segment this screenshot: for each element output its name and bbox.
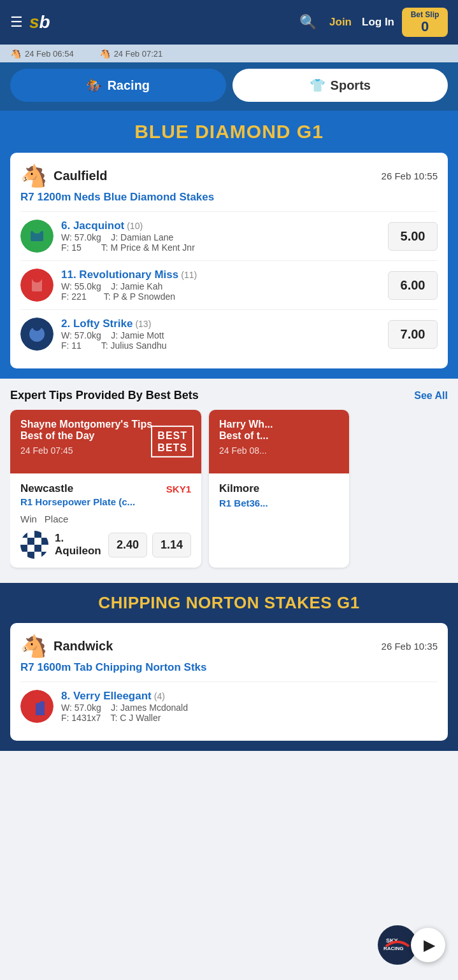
cn-runner1-barrier: (4) bbox=[154, 691, 165, 701]
tip-card-2: Harry Wh... Best of t... 24 Feb 08... Ki… bbox=[209, 410, 349, 568]
cn-runner1-name[interactable]: 8. Verry Elleegant bbox=[61, 690, 152, 703]
chipping-norton-card: 🐴 Randwick 26 Feb 10:35 R7 1600m Tab Chi… bbox=[10, 623, 448, 741]
tip-runner-silks-1 bbox=[20, 531, 48, 559]
expert-tips-title: Expert Tips Provided By Best Bets bbox=[10, 389, 199, 402]
svg-rect-25 bbox=[34, 552, 41, 559]
place-label: Place bbox=[45, 514, 69, 524]
svg-point-9 bbox=[32, 322, 41, 331]
tip-card-1: Shayne Montgomery's Tips Best of the Day… bbox=[10, 410, 201, 568]
cn-runner1-details2: F: 1431x7 T: C J Waller bbox=[61, 713, 438, 723]
app-logo: sb bbox=[29, 12, 50, 32]
svg-rect-3 bbox=[33, 223, 41, 230]
svg-rect-31 bbox=[36, 701, 45, 715]
tab-racing[interactable]: 🏇 Racing bbox=[10, 69, 226, 102]
race-time: 26 Feb 10:55 bbox=[382, 171, 438, 181]
tip-race-1[interactable]: R1 Horsepower Plate (c... bbox=[20, 496, 191, 507]
svg-rect-21 bbox=[34, 545, 41, 552]
tip-date-2: 24 Feb 08... bbox=[219, 445, 339, 456]
horse-time-icon-2: 🐴 bbox=[99, 48, 110, 59]
tip-venue-1: Newcastle bbox=[20, 482, 73, 495]
chipping-norton-banner: CHIPPING NORTON STAKES G1 bbox=[0, 583, 458, 623]
runner-jacquinot: 6. Jacquinot (10) W: 57.0kg J: Damian La… bbox=[20, 211, 438, 260]
tip-type-2: Best of t... bbox=[219, 430, 339, 442]
sky-badge-1: SKY1 bbox=[166, 484, 191, 494]
search-icon[interactable]: 🔍 bbox=[299, 14, 317, 31]
app-header: ☰ sb 🔍 Join Log In Bet Slip 0 bbox=[0, 0, 458, 45]
svg-rect-30 bbox=[27, 701, 36, 715]
venue-horse-icon: 🐴 bbox=[20, 163, 47, 188]
runner2-odds[interactable]: 6.00 bbox=[388, 271, 438, 300]
silks-revolutionary-miss bbox=[20, 269, 54, 302]
blue-diamond-card: 🐴 Caulfield 26 Feb 10:55 R7 1200m Neds B… bbox=[10, 153, 448, 368]
chipping-norton-title: CHIPPING NORTON STAKES G1 bbox=[10, 593, 448, 613]
svg-rect-16 bbox=[27, 538, 34, 545]
tip-runner-name-1: 1. Aquileon bbox=[55, 532, 102, 557]
runner-verry-elleegant: 8. Verry Elleegant (4) W: 57.0kg J: Jame… bbox=[20, 682, 438, 731]
runner1-odds[interactable]: 5.00 bbox=[388, 222, 438, 251]
silks-verry-elleegant bbox=[20, 690, 54, 723]
menu-icon[interactable]: ☰ bbox=[10, 14, 23, 31]
cn-race-title[interactable]: R7 1600m Tab Chipping Norton Stks bbox=[20, 661, 438, 674]
login-button[interactable]: Log In bbox=[362, 16, 394, 29]
runner3-details1: W: 57.0kg J: Jamie Mott bbox=[61, 330, 380, 340]
runner3-barrier: (13) bbox=[135, 319, 151, 329]
runner-lofty-strike: 2. Lofty Strike (13) W: 57.0kg J: Jamie … bbox=[20, 309, 438, 358]
racing-icon: 🏇 bbox=[86, 78, 102, 93]
cn-venue-name: Randwick bbox=[54, 639, 113, 654]
svg-point-32 bbox=[32, 693, 42, 703]
betslip-button[interactable]: Bet Slip 0 bbox=[402, 8, 448, 37]
svg-rect-26 bbox=[41, 552, 48, 559]
race-title[interactable]: R7 1200m Neds Blue Diamond Stakes bbox=[20, 191, 438, 204]
cn-race-time: 26 Feb 10:35 bbox=[382, 641, 438, 652]
time-item-1: 🐴 24 Feb 06:54 bbox=[10, 48, 74, 59]
svg-rect-14 bbox=[41, 531, 48, 538]
runner1-details1: W: 57.0kg J: Damian Lane bbox=[61, 232, 380, 242]
runner1-barrier: (10) bbox=[127, 221, 143, 231]
blue-diamond-title: BLUE DIAMOND G1 bbox=[10, 121, 448, 143]
tipster-name-2: Harry Wh... bbox=[219, 419, 339, 430]
see-all-link[interactable]: See All bbox=[414, 390, 448, 402]
runner2-details2: F: 221 T: P & P Snowden bbox=[61, 291, 380, 302]
svg-point-6 bbox=[32, 272, 42, 283]
svg-rect-23 bbox=[20, 552, 27, 559]
tip-race-2[interactable]: R1 Bet36... bbox=[219, 498, 339, 508]
time-bar: 🐴 24 Feb 06:54 🐴 24 Feb 07:21 bbox=[0, 45, 458, 62]
expert-tips-section: Expert Tips Provided By Best Bets See Al… bbox=[0, 379, 458, 583]
best-bets-logo: BESTBETS bbox=[151, 426, 194, 458]
runner3-odds[interactable]: 7.00 bbox=[388, 320, 438, 349]
tabs-container: 🏇 Racing 👕 Sports bbox=[0, 62, 458, 111]
tips-scroll: Shayne Montgomery's Tips Best of the Day… bbox=[10, 410, 448, 573]
svg-rect-20 bbox=[27, 545, 34, 552]
cn-runner1-details1: W: 57.0kg J: James Mcdonald bbox=[61, 703, 438, 713]
silks-jacquinot bbox=[20, 220, 54, 253]
runner1-details2: F: 15 T: M Price & M Kent Jnr bbox=[61, 242, 380, 253]
runner2-name[interactable]: 11. Revolutionary Miss bbox=[61, 269, 178, 281]
win-odds-btn[interactable]: 2.40 bbox=[108, 533, 147, 557]
runner1-name[interactable]: 6. Jacquinot bbox=[61, 220, 124, 232]
svg-rect-22 bbox=[41, 545, 48, 552]
svg-rect-17 bbox=[34, 538, 41, 545]
win-label: Win bbox=[20, 514, 37, 524]
join-button[interactable]: Join bbox=[329, 16, 352, 29]
tab-sports[interactable]: 👕 Sports bbox=[233, 69, 448, 102]
runner-revolutionary-miss: 11. Revolutionary Miss (11) W: 55.0kg J:… bbox=[20, 260, 438, 309]
svg-rect-11 bbox=[20, 531, 27, 538]
runner3-details2: F: 11 T: Julius Sandhu bbox=[61, 340, 380, 351]
sports-icon: 👕 bbox=[310, 78, 326, 93]
time-item-2: 🐴 24 Feb 07:21 bbox=[99, 48, 163, 59]
blue-diamond-banner: BLUE DIAMOND G1 bbox=[0, 111, 458, 153]
horse-time-icon-1: 🐴 bbox=[10, 48, 21, 59]
runner2-barrier: (11) bbox=[181, 270, 197, 280]
venue-name: Caulfield bbox=[54, 169, 107, 183]
runner2-details1: W: 55.0kg J: Jamie Kah bbox=[61, 281, 380, 291]
silks-lofty-strike bbox=[20, 318, 54, 351]
runner3-name[interactable]: 2. Lofty Strike bbox=[61, 318, 132, 330]
cn-venue-icon: 🐴 bbox=[20, 633, 47, 659]
tip-venue-2: Kilmore bbox=[219, 482, 339, 495]
place-odds-btn[interactable]: 1.14 bbox=[152, 533, 191, 557]
